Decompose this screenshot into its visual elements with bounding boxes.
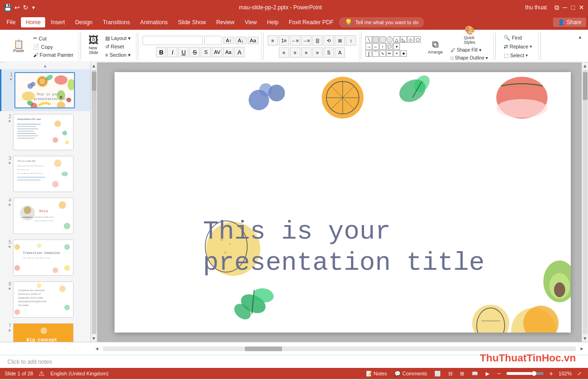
shape-fill-button[interactable]: 🖊 Shape Fill ▾ [448, 47, 491, 53]
font-size-input[interactable] [204, 36, 222, 45]
rounded-rect-shape[interactable] [379, 36, 386, 43]
section-button[interactable]: ≡Section▾ [103, 51, 133, 59]
redo-icon[interactable]: ↻ [23, 4, 28, 11]
oval-shape[interactable] [386, 36, 393, 43]
save-icon[interactable]: 💾 [4, 4, 12, 11]
fit-to-window-button[interactable]: ⤢ [575, 370, 583, 378]
arrow-shape[interactable]: → [365, 43, 372, 50]
arc-shape[interactable]: ⌒ [372, 50, 379, 57]
decrease-indent[interactable]: ←≡ [290, 35, 300, 46]
select-dropdown[interactable]: ▾ [526, 53, 528, 58]
strikethrough-button[interactable]: S [189, 47, 200, 57]
italic-button[interactable]: I [167, 47, 177, 57]
columns-button[interactable]: ||| [312, 35, 323, 46]
comments-button[interactable]: 💬 Comments [392, 370, 429, 378]
curve-shape[interactable]: ∫ [365, 50, 372, 57]
scroll-track[interactable] [92, 70, 96, 334]
slide-canvas[interactable]: This is your presentation title [115, 72, 571, 333]
vscroll-track[interactable] [583, 70, 588, 334]
smart-art-button[interactable]: ⊞ [335, 35, 345, 46]
increase-indent[interactable]: →≡ [301, 35, 311, 46]
star-shape[interactable]: ★ [400, 50, 407, 57]
normal-view-button[interactable]: ⬜ [433, 370, 443, 378]
rtriangle-shape[interactable]: ◺ [400, 36, 407, 43]
decrease-font-button[interactable]: A↓ [236, 37, 246, 44]
zoom-slider[interactable] [507, 372, 544, 375]
clear-format-button[interactable]: Aa [248, 37, 258, 44]
bold-button[interactable]: B [156, 47, 166, 57]
slide-thumb-2[interactable]: 2 ★ Instructions for use [0, 111, 90, 153]
shape-outline-button[interactable]: □ Shape Outline ▾ [448, 54, 491, 61]
menu-view[interactable]: View [240, 17, 262, 27]
underline-button[interactable]: U [178, 47, 189, 57]
justify-button[interactable]: ≡ [312, 47, 323, 58]
panel-scroll-up[interactable]: ▲ [0, 62, 90, 69]
maximize-button[interactable]: □ [571, 4, 575, 11]
freeform-shape[interactable]: ✏ [386, 50, 393, 57]
spacing-button[interactable]: AV [212, 47, 222, 57]
menu-review[interactable]: Review [211, 17, 239, 27]
outline-view-button[interactable]: ⊟ [446, 370, 454, 378]
align-left-button[interactable]: ≡ [279, 47, 289, 58]
undo-icon[interactable]: ↩ [14, 4, 20, 11]
wave-shape[interactable]: ∿ [379, 50, 386, 57]
zoom-in-button[interactable]: + [547, 369, 555, 378]
callout-shape[interactable]: 💬 [386, 43, 393, 50]
hscroll-track[interactable] [103, 347, 576, 351]
slide-thumb-5[interactable]: 5 ★ Transition headline Let's talk a bit… [0, 237, 90, 279]
up-arrow-shape[interactable]: ↑ [379, 43, 386, 50]
tell-me-bar[interactable]: 💡 Tell me what you want to do [339, 17, 424, 27]
rect-shape[interactable] [372, 36, 379, 43]
slide-thumb-7[interactable]: 7 ★ Big concept Your tagline or supporti… [0, 320, 90, 342]
menu-foxit[interactable]: Foxit Reader PDF [284, 17, 338, 27]
pentagon-shape[interactable]: ⬠ [414, 36, 421, 43]
text-shadow-button[interactable]: S [324, 47, 334, 58]
reset-button[interactable]: ↺Reset [103, 43, 133, 51]
increase-font-button[interactable]: A↑ [223, 37, 234, 44]
menu-file[interactable]: File [2, 17, 20, 27]
zoom-handle[interactable] [532, 371, 536, 376]
reading-view-button[interactable]: 📖 [470, 370, 480, 378]
new-slide-button[interactable]: 🖼 New Slide [85, 34, 102, 56]
zoom-out-button[interactable]: − [495, 369, 502, 378]
find-button[interactable]: 🔍 Find [502, 34, 534, 42]
numbering-button[interactable]: 1≡ [279, 35, 289, 46]
customize-icon[interactable]: ▼ [31, 5, 36, 10]
shape-fill-dropdown[interactable]: ▾ [479, 47, 481, 53]
share-button[interactable]: 👤 Share [553, 18, 586, 27]
menu-transitions[interactable]: Transitions [98, 17, 135, 27]
menu-slideshow[interactable]: Slide Show [173, 17, 210, 27]
align-right-button[interactable]: ≡ [301, 47, 311, 58]
menu-help[interactable]: Help [263, 17, 284, 27]
diamond-shape[interactable]: ◇ [407, 36, 414, 43]
shape-outline-dropdown[interactable]: ▾ [486, 55, 488, 60]
triangle-shape[interactable]: △ [393, 36, 400, 43]
slide-thumb-4[interactable]: 4 ★ Hola Transition headline text Some s… [0, 195, 90, 237]
vscroll-up[interactable]: ▲ [582, 62, 588, 69]
bullets-button[interactable]: ≡ [268, 35, 278, 46]
copy-button[interactable]: 📄Copy [31, 43, 76, 51]
close-button[interactable]: ✕ [579, 4, 584, 11]
shadow-button[interactable]: S [201, 47, 211, 57]
scroll-thumb[interactable] [92, 72, 96, 91]
menu-insert[interactable]: Insert [46, 17, 69, 27]
text-highlight-button[interactable]: A [335, 47, 345, 58]
select-button[interactable]: ⬚ Select ▾ [502, 52, 534, 60]
cut-button[interactable]: ✂Cut [31, 34, 76, 42]
window-restore-icon[interactable]: ⧉ [554, 4, 559, 12]
slide-thumb-6[interactable]: 6 ★ Quotations are commonly printed as a… [0, 279, 90, 320]
charspacing-button[interactable]: Aa [223, 47, 233, 57]
text-dir-button[interactable]: ⟲ [324, 35, 334, 46]
status-accessibility-icon[interactable]: ⚠ [39, 370, 45, 377]
notes-button[interactable]: 📝 Notes [364, 370, 389, 378]
slide-thumb-3[interactable]: 3 ★ This is a slide title Some text here… [0, 153, 90, 195]
line-shape[interactable]: ╲ [365, 36, 372, 43]
font-color-button[interactable]: A [234, 47, 244, 57]
format-painter-button[interactable]: 🖌Format Painter [31, 51, 76, 59]
minimize-button[interactable]: ─ [563, 4, 568, 11]
replace-dropdown[interactable]: ▾ [530, 44, 532, 49]
menu-design[interactable]: Design [70, 17, 97, 27]
hscroll-thumb[interactable] [245, 347, 282, 351]
eq-shape[interactable]: + [393, 50, 400, 57]
more-shapes[interactable]: ▾ [393, 43, 400, 50]
